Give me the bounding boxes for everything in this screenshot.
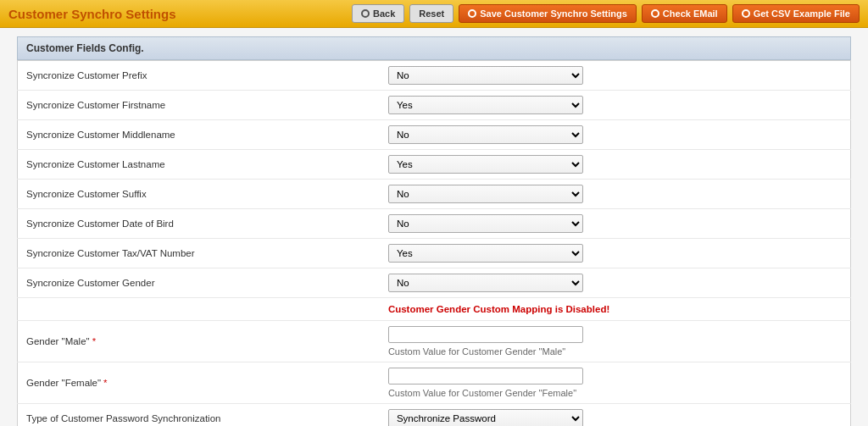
field-label: Syncronize Customer Date of Bird (18, 209, 380, 239)
table-row: Syncronize Customer Tax/VAT Number NoYes (18, 239, 851, 268)
field-label: Type of Customer Password Synchronizatio… (18, 404, 380, 427)
toolbar-buttons: Back Reset Save Customer Synchro Setting… (352, 4, 860, 23)
check-email-button[interactable]: Check EMail (642, 4, 727, 23)
field-label: Syncronize Customer Tax/VAT Number (18, 239, 380, 268)
password-type-select[interactable]: Synchronize Password No Sync Hash Only (388, 409, 583, 426)
field-label: Syncronize Customer Middlename (18, 120, 380, 150)
gender-female-note: Custom Value for Customer Gender "Female… (388, 388, 842, 398)
reset-button[interactable]: Reset (409, 4, 453, 23)
get-csv-button[interactable]: Get CSV Example File (732, 4, 860, 23)
field-label: Syncronize Customer Suffix (18, 180, 380, 209)
csv-icon (742, 9, 750, 18)
save-icon (468, 9, 476, 18)
back-button[interactable]: Back (352, 4, 404, 23)
content-area: Customer Fields Config. Syncronize Custo… (0, 28, 868, 426)
suffix-select[interactable]: NoYes (388, 185, 583, 203)
table-row: Syncronize Customer Lastname NoYes (18, 150, 851, 180)
female-required-star: * (103, 378, 107, 388)
firstname-select[interactable]: NoYes (388, 96, 583, 114)
gender-female-input-group: Custom Value for Customer Gender "Female… (388, 368, 842, 398)
table-row: Syncronize Customer Suffix NoYes (18, 180, 851, 209)
lastname-select[interactable]: NoYes (388, 155, 583, 174)
table-row: Syncronize Customer Gender NoYes (18, 268, 851, 298)
gender-female-row: Gender "Female" * Custom Value for Custo… (18, 362, 851, 404)
middlename-select[interactable]: NoYes (388, 125, 583, 144)
gender-male-row: Gender "Male" * Custom Value for Custome… (18, 321, 851, 362)
gender-select[interactable]: NoYes (388, 274, 583, 292)
table-row: Type of Customer Password Synchronizatio… (18, 404, 851, 427)
page-title: Customer Synchro Settings (8, 7, 176, 21)
gender-male-note: Custom Value for Customer Gender "Male" (388, 346, 842, 357)
gender-female-input[interactable] (388, 368, 583, 385)
field-label: Syncronize Customer Firstname (18, 91, 380, 120)
top-bar: Customer Synchro Settings Back Reset Sav… (0, 0, 868, 28)
prefix-select[interactable]: NoYes (388, 66, 583, 85)
gender-male-label: Gender "Male" * (18, 321, 380, 362)
save-button[interactable]: Save Customer Synchro Settings (459, 4, 637, 23)
table-row: Syncronize Customer Middlename NoYes (18, 120, 851, 150)
table-row: Syncronize Customer Prefix NoYes (18, 61, 851, 91)
field-label: Syncronize Customer Prefix (18, 61, 380, 91)
table-row: Syncronize Customer Firstname NoYes (18, 91, 851, 120)
section-header: Customer Fields Config. (17, 36, 851, 60)
gender-male-input-group: Custom Value for Customer Gender "Male" (388, 326, 842, 357)
field-label: Syncronize Customer Gender (18, 268, 380, 298)
gender-female-label: Gender "Female" * (18, 362, 380, 404)
gender-disabled-notice: Customer Gender Custom Mapping is Disabl… (388, 304, 609, 314)
back-icon (361, 9, 370, 18)
check-icon (651, 9, 659, 18)
table-row: Syncronize Customer Date of Bird NoYes (18, 209, 851, 239)
field-label: Syncronize Customer Lastname (18, 150, 380, 180)
gender-disabled-row: Customer Gender Custom Mapping is Disabl… (18, 298, 851, 321)
dob-select[interactable]: NoYes (388, 214, 583, 233)
taxvat-select[interactable]: NoYes (388, 244, 583, 263)
gender-male-input[interactable] (388, 326, 583, 343)
male-required-star: * (92, 336, 96, 346)
fields-table: Syncronize Customer Prefix NoYes Syncron… (17, 60, 851, 426)
